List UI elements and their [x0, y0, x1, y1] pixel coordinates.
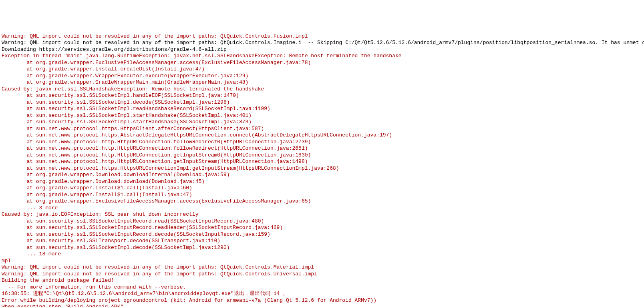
log-line: at sun.security.ssl.SSLSocketInputRecord…	[2, 225, 642, 231]
log-line: at sun.net.www.protocol.https.HttpsClien…	[2, 126, 642, 132]
log-line: at sun.net.www.protocol.http.HttpURLConn…	[2, 139, 642, 146]
log-line: at sun.security.ssl.SSLSocketImpl.decode…	[2, 99, 642, 106]
log-line: at org.gradle.wrapper.Install.createDist…	[2, 66, 642, 73]
log-line: at sun.security.ssl.SSLSocketImpl.decode…	[2, 245, 642, 251]
log-line: at sun.security.ssl.SSLSocketInputRecord…	[2, 218, 642, 225]
log-line: at org.gradle.wrapper.ExclusiveFileAcces…	[2, 60, 642, 66]
log-line: Warning: QML import could not be resolve…	[2, 40, 642, 46]
log-line: at sun.net.www.protocol.http.HttpURLConn…	[2, 145, 642, 152]
log-line: at sun.net.www.protocol.https.AbstractDe…	[2, 132, 642, 139]
log-line: at org.gradle.wrapper.Install$1.call(Ins…	[2, 192, 642, 199]
log-line: at sun.security.ssl.SSLSocketImpl.startH…	[2, 119, 642, 126]
log-line: Caused by: java.io.EOFException: SSL pee…	[2, 211, 642, 218]
log-line: Downloading https://services.gradle.org/…	[2, 46, 642, 53]
log-line: at sun.security.ssl.SSLSocketInputRecord…	[2, 231, 642, 238]
log-line: Warning: QML import could not be resolve…	[2, 271, 642, 278]
log-line: -- For more information, run this comman…	[2, 284, 642, 291]
log-line: Warning: QML import could not be resolve…	[2, 264, 642, 271]
log-line: at org.gradle.wrapper.Download.download(…	[2, 179, 642, 185]
log-line: at org.gradle.wrapper.ExclusiveFileAcces…	[2, 198, 642, 205]
log-line: at org.gradle.wrapper.Download.downloadI…	[2, 172, 642, 179]
log-line: 16:38:55: 进程"C:\Qt\Qt5.12.6\5.12.6\andro…	[2, 291, 642, 297]
log-line: ... 3 more	[2, 205, 642, 212]
log-line: ... 18 more	[2, 251, 642, 258]
log-line: mpl	[2, 258, 642, 265]
log-line: at sun.security.ssl.SSLSocketImpl.startH…	[2, 112, 642, 119]
log-line: Error while building/deploying project q…	[2, 297, 642, 304]
log-line: at sun.security.ssl.SSLTransport.decode(…	[2, 238, 642, 245]
log-line: at org.gradle.wrapper.GradleWrapperMain.…	[2, 79, 642, 86]
log-line: at sun.security.ssl.SSLSocketImpl.handle…	[2, 92, 642, 99]
log-line: at org.gradle.wrapper.WrapperExecutor.ex…	[2, 73, 642, 80]
log-line: Caused by: javax.net.ssl.SSLHandshakeExc…	[2, 86, 642, 93]
compile-output-panel[interactable]: Warning: QML import could not be resolve…	[0, 33, 644, 307]
log-line: at org.gradle.wrapper.Install$1.call(Ins…	[2, 185, 642, 192]
log-line: at sun.net.www.protocol.https.HttpsURLCo…	[2, 165, 642, 172]
log-line: When executing step "Build Android APK"	[2, 304, 642, 307]
log-line: at sun.net.www.protocol.http.HttpURLConn…	[2, 159, 642, 165]
log-line: at sun.net.www.protocol.http.HttpURLConn…	[2, 152, 642, 159]
log-line: at sun.security.ssl.SSLSocketImpl.readHa…	[2, 106, 642, 112]
log-line: Building the android package failed!	[2, 277, 642, 284]
log-line: Warning: QML import could not be resolve…	[2, 33, 642, 40]
log-line: Exception in thread "main" java.lang.Run…	[2, 53, 642, 60]
